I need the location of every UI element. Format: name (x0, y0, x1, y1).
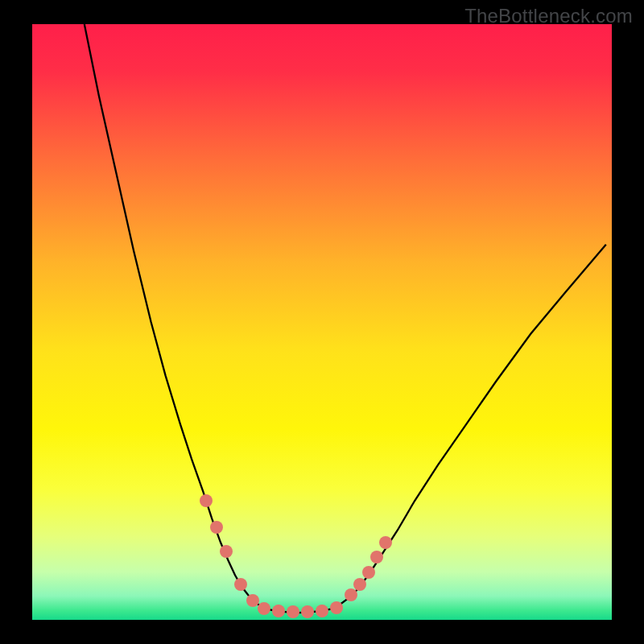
marker-dot (362, 566, 375, 579)
plot-area (32, 24, 612, 620)
marker-dot (258, 602, 270, 615)
marker-dot (234, 578, 247, 591)
marker-dot (200, 494, 213, 507)
marker-dot (272, 605, 285, 617)
marker-dot (220, 545, 233, 558)
marker-dot (353, 578, 366, 591)
marker-dot (345, 588, 357, 601)
marker-dot (316, 605, 328, 617)
marker-dot (379, 536, 392, 549)
marker-dot (246, 594, 259, 607)
watermark-text: TheBottleneck.com (464, 5, 633, 27)
bottleneck-curve (32, 24, 612, 620)
